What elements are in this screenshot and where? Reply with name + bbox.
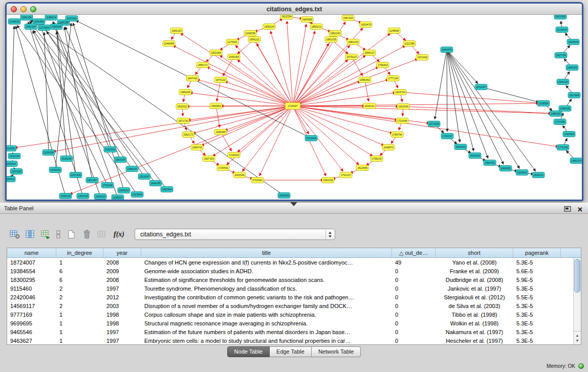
- graph-node[interactable]: 1590518: [59, 193, 72, 199]
- graph-node[interactable]: 1827734: [555, 53, 567, 58]
- graph-node[interactable]: 1360124: [570, 158, 582, 164]
- citation-edge[interactable]: [30, 21, 156, 183]
- table-row[interactable]: 946554611997Estimation of the future num…: [7, 327, 573, 336]
- citation-edge-red[interactable]: [225, 106, 293, 130]
- graph-node[interactable]: 1814034: [469, 153, 481, 159]
- graph-node[interactable]: 1830862: [210, 103, 222, 109]
- graph-node[interactable]: 1066034: [559, 106, 571, 112]
- graph-node[interactable]: 2051334: [25, 24, 37, 30]
- graph-node[interactable]: 1159024: [112, 195, 124, 200]
- column-header-year[interactable]: year: [103, 248, 141, 257]
- graph-node[interactable]: 1701237: [340, 172, 352, 178]
- citation-edge-red[interactable]: [193, 106, 293, 134]
- tab-node-table[interactable]: Node Table: [227, 346, 270, 357]
- graph-node[interactable]: 1871733: [177, 118, 189, 124]
- graph-node[interactable]: 1364228: [77, 193, 89, 199]
- citation-edge-red[interactable]: [190, 93, 293, 106]
- graph-node[interactable]: 1275641: [226, 39, 238, 45]
- graph-node[interactable]: 2026050: [7, 146, 16, 151]
- graph-node[interactable]: 1035919: [49, 167, 61, 173]
- rename-table-button[interactable]: [94, 228, 110, 241]
- graph-node[interactable]: 1986205: [179, 90, 191, 95]
- hub-node[interactable]: 1724007: [285, 103, 300, 110]
- graph-node[interactable]: 1505914: [94, 194, 106, 200]
- graph-node[interactable]: 1795794: [391, 132, 403, 138]
- window-titlebar[interactable]: citations_edges.txt: [7, 4, 582, 15]
- graph-node[interactable]: 2216112: [363, 103, 376, 109]
- graph-node[interactable]: 1648873: [382, 145, 395, 150]
- graph-node[interactable]: 1506394: [33, 19, 45, 25]
- table-row[interactable]: 946362711997Embryonic stem cells: a mode…: [7, 336, 573, 344]
- citation-edge-red[interactable]: [293, 106, 551, 114]
- graph-node[interactable]: 1812534: [280, 15, 293, 19]
- citation-edge[interactable]: [435, 50, 447, 119]
- graph-node[interactable]: 1915234: [8, 154, 20, 159]
- citation-edge-red[interactable]: [293, 67, 379, 106]
- citation-edge-red[interactable]: [207, 67, 293, 106]
- graph-node[interactable]: 1257209: [70, 172, 82, 178]
- citation-edge[interactable]: [41, 25, 167, 189]
- citation-edge[interactable]: [47, 31, 144, 177]
- graph-node[interactable]: 1621634: [397, 104, 409, 110]
- citation-edge-red[interactable]: [197, 79, 293, 106]
- graph-node[interactable]: 2248068: [163, 41, 175, 47]
- graph-node[interactable]: 1962243: [329, 31, 341, 36]
- graph-node[interactable]: 1871939: [428, 121, 440, 127]
- column-header-pagerank[interactable]: pagerank: [513, 248, 561, 257]
- graph-node[interactable]: 1053479: [360, 22, 372, 28]
- float-panel-icon[interactable]: [564, 205, 571, 214]
- graph-node[interactable]: 1913594: [131, 192, 143, 198]
- column-header-name[interactable]: name: [7, 248, 56, 257]
- graph-node[interactable]: 1754208: [101, 183, 114, 188]
- graph-node[interactable]: 1944879: [441, 47, 453, 53]
- graph-node[interactable]: 1770345: [557, 145, 569, 150]
- citation-edge-red[interactable]: [220, 55, 293, 106]
- graph-node[interactable]: 1856221: [248, 37, 260, 42]
- graph-node[interactable]: 1273363: [38, 25, 50, 31]
- citation-edge[interactable]: [447, 50, 536, 171]
- graph-node[interactable]: 1035914: [7, 161, 17, 167]
- graph-node[interactable]: 1604743: [394, 90, 406, 95]
- citation-edge-red[interactable]: [235, 46, 293, 106]
- table-row[interactable]: 1456911722003Disruption of a novel membe…: [7, 301, 573, 310]
- citation-edge-red[interactable]: [271, 31, 293, 106]
- graph-node[interactable]: 1830022: [176, 104, 188, 110]
- graph-node[interactable]: 1257205: [10, 169, 23, 174]
- graph-node[interactable]: 2042064: [228, 54, 240, 60]
- window-minimize-button[interactable]: [20, 6, 27, 12]
- graph-node[interactable]: 1590514: [7, 177, 15, 182]
- window-close-button[interactable]: [11, 6, 17, 12]
- graph-node[interactable]: 1901457: [86, 178, 98, 183]
- citation-edge[interactable]: [65, 27, 120, 160]
- graph-node[interactable]: 1792197: [441, 134, 453, 139]
- citation-edge-red[interactable]: [237, 60, 293, 106]
- graph-node[interactable]: 1085302: [550, 111, 562, 117]
- graph-node[interactable]: 2060503: [104, 147, 116, 152]
- create-column-button[interactable]: [38, 228, 53, 241]
- citation-edge-red[interactable]: [216, 106, 220, 127]
- column-header-short[interactable]: short: [435, 248, 513, 257]
- graph-node[interactable]: 1961302: [342, 15, 354, 21]
- table-row[interactable]: 2242004622012Investigating the contribut…: [7, 293, 573, 301]
- graph-node[interactable]: 1186134: [126, 166, 138, 172]
- graph-node[interactable]: 1725442: [217, 165, 229, 171]
- graph-node[interactable]: 1758342: [377, 62, 389, 68]
- column-visibility-button[interactable]: [23, 228, 38, 241]
- table-selector-dropdown[interactable]: citations_edges.txt: [135, 229, 335, 240]
- citation-edge-red[interactable]: [400, 92, 539, 103]
- citation-edge-red[interactable]: [225, 81, 293, 106]
- close-panel-icon[interactable]: ✕: [577, 206, 583, 213]
- panel-splitter-handle[interactable]: [290, 202, 297, 206]
- graph-node[interactable]: 1663159: [322, 178, 334, 183]
- scrollbar-thumb[interactable]: [574, 259, 580, 293]
- graph-node[interactable]: 1505154: [114, 157, 126, 163]
- citation-edge-red[interactable]: [217, 80, 221, 101]
- table-row[interactable]: 1830029562008Estimation of significance …: [7, 275, 573, 284]
- citation-edge[interactable]: [33, 30, 132, 169]
- citation-edge-red[interactable]: [256, 43, 293, 106]
- graph-node[interactable]: 1437905: [66, 16, 78, 21]
- graph-node[interactable]: 1938455: [214, 129, 227, 135]
- graph-node[interactable]: 1875133: [214, 77, 227, 83]
- graph-node[interactable]: 1696127: [363, 50, 376, 56]
- graph-node[interactable]: 1924502: [516, 170, 528, 176]
